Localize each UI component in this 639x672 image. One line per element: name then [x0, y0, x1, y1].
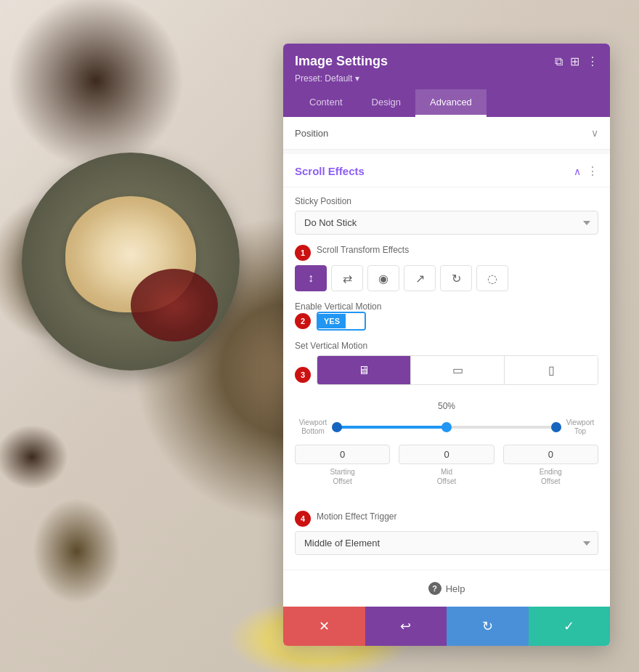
position-section[interactable]: Position ∨	[283, 117, 610, 150]
transform-rotate-btn[interactable]: ↻	[440, 265, 472, 291]
plate-container	[15, 145, 247, 378]
plate	[22, 153, 240, 371]
panel-header-icons: ⧉ ⊞ ⋮	[555, 54, 598, 68]
scroll-transform-label-row: 1 Scroll Transform Effects	[295, 245, 598, 261]
enable-vertical-motion-label: Enable Vertical Motion	[295, 301, 598, 312]
slider-thumb-right[interactable]	[551, 422, 561, 432]
badge-3: 3	[295, 367, 311, 383]
transform-icons-row: ↕ ⇄ ◉ ↗ ↻ ◌	[295, 265, 598, 291]
badge-4: 4	[295, 511, 311, 527]
panel-preset[interactable]: Preset: Default ▾	[295, 73, 598, 84]
chevron-up-icon[interactable]: ∧	[574, 166, 581, 177]
scroll-effects-menu-icon[interactable]: ⋮	[587, 164, 598, 178]
ellipsis-icon[interactable]: ⋮	[587, 54, 598, 68]
scroll-effects-section: Scroll Effects ∧ ⋮ Sticky Position Do No…	[283, 154, 610, 607]
cancel-button[interactable]: ✕	[283, 607, 365, 646]
scroll-transform-label: Scroll Transform Effects	[317, 245, 409, 255]
scroll-transform-group: 1 Scroll Transform Effects ↕ ⇄ ◉ ↗ ↻ ◌	[295, 245, 598, 291]
slider-thumb-mid[interactable]	[441, 422, 452, 432]
device-selector: 🖥 ▭ ▯	[317, 355, 598, 385]
tab-content[interactable]: Content	[295, 89, 357, 117]
set-vertical-motion-group: Set Vertical Motion 3 🖥 ▭ ▯ 50% Vie	[295, 341, 598, 501]
tab-advanced[interactable]: Advanced	[415, 89, 487, 117]
redo-button[interactable]: ↻	[447, 607, 529, 646]
toggle-yes-label: YES	[318, 314, 346, 328]
slider-container: 50% ViewportBottom ViewportTop	[295, 398, 598, 501]
transform-skew-btn[interactable]: ↗	[404, 265, 436, 291]
set-vertical-motion-label: Set Vertical Motion	[295, 341, 598, 351]
offset-inputs-row: StartingOffset MidOffset EndingOffset	[295, 445, 598, 486]
columns-icon[interactable]: ⊞	[570, 54, 579, 68]
help-label: Help	[446, 583, 465, 594]
starting-offset-group: StartingOffset	[295, 445, 390, 486]
transform-horizontal-btn[interactable]: ⇄	[331, 265, 363, 291]
image-settings-panel: Image Settings ⧉ ⊞ ⋮ Preset: Default ▾ C…	[283, 44, 610, 646]
vertical-motion-toggle[interactable]: YES	[317, 312, 366, 331]
enable-vertical-motion-group: Enable Vertical Motion 2 YES	[295, 301, 598, 331]
panel-footer: ✕ ↩ ↻ ✓	[283, 607, 610, 646]
scroll-effects-content: Sticky Position Do Not Stick Stick to To…	[283, 187, 610, 564]
pasta-sauce	[131, 269, 218, 341]
transform-vertical-btn[interactable]: ↕	[295, 265, 327, 291]
motion-trigger-label: Motion Effect Trigger	[317, 511, 397, 522]
help-icon: ?	[428, 582, 441, 595]
pasta-mound	[65, 196, 196, 312]
copy-icon[interactable]: ⧉	[555, 55, 563, 68]
slider-percent-label: 50%	[295, 401, 598, 411]
ending-offset-input[interactable]	[503, 445, 598, 464]
slider-track[interactable]	[337, 426, 556, 429]
panel-body: Position ∨ Scroll Effects ∧ ⋮ Sticky Pos…	[283, 117, 610, 607]
undo-button[interactable]: ↩	[365, 607, 447, 646]
badge-1: 1	[295, 245, 311, 261]
mid-offset-input[interactable]	[399, 445, 494, 464]
enable-vertical-motion-toggle-row: 2 YES	[295, 312, 598, 331]
scroll-effects-header: Scroll Effects ∧ ⋮	[283, 154, 610, 187]
starting-offset-input[interactable]	[295, 445, 390, 464]
transform-fade-btn[interactable]: ◉	[367, 265, 399, 291]
mid-offset-label: MidOffset	[399, 467, 494, 486]
save-button[interactable]: ✓	[529, 607, 611, 646]
chevron-down-icon: ∨	[591, 127, 598, 139]
toggle-no-area	[346, 313, 365, 329]
sticky-position-select[interactable]: Do Not Stick Stick to Top Stick to Botto…	[295, 211, 598, 235]
sticky-position-group: Sticky Position Do Not Stick Stick to To…	[295, 196, 598, 235]
scroll-effects-title: Scroll Effects	[295, 165, 365, 177]
transform-blur-btn[interactable]: ◌	[476, 265, 508, 291]
panel-title: Image Settings	[295, 54, 388, 69]
motion-trigger-group: 4 Motion Effect Trigger Middle of Elemen…	[295, 511, 598, 555]
viewport-top-label: ViewportTop	[562, 418, 598, 436]
badge-2: 2	[295, 313, 311, 329]
slider-fill	[337, 426, 447, 429]
motion-trigger-label-row: 4 Motion Effect Trigger	[295, 511, 598, 527]
ending-offset-label: EndingOffset	[503, 467, 598, 486]
help-row[interactable]: ? Help	[283, 570, 610, 607]
panel-header-top: Image Settings ⧉ ⊞ ⋮	[295, 54, 598, 69]
slider-track-row: ViewportBottom ViewportTop	[295, 418, 598, 436]
scroll-effects-controls: ∧ ⋮	[574, 164, 598, 178]
panel-tabs: Content Design Advanced	[295, 89, 598, 117]
set-vertical-motion-badge-row: 3 🖥 ▭ ▯	[295, 355, 598, 394]
position-title: Position	[295, 128, 328, 139]
ending-offset-group: EndingOffset	[503, 445, 598, 486]
tab-design[interactable]: Design	[357, 89, 415, 117]
viewport-bottom-label: ViewportBottom	[295, 418, 331, 436]
panel-header: Image Settings ⧉ ⊞ ⋮ Preset: Default ▾ C…	[283, 44, 610, 117]
slider-thumb-left[interactable]	[332, 422, 342, 432]
sticky-position-label: Sticky Position	[295, 196, 598, 206]
mid-offset-group: MidOffset	[399, 445, 494, 486]
starting-offset-label: StartingOffset	[295, 467, 390, 486]
motion-trigger-select[interactable]: Middle of Element Top of Element Bottom …	[295, 531, 598, 555]
device-desktop-btn[interactable]: 🖥	[317, 356, 411, 384]
device-tablet-btn[interactable]: ▭	[411, 356, 505, 384]
device-mobile-btn[interactable]: ▯	[505, 356, 598, 384]
